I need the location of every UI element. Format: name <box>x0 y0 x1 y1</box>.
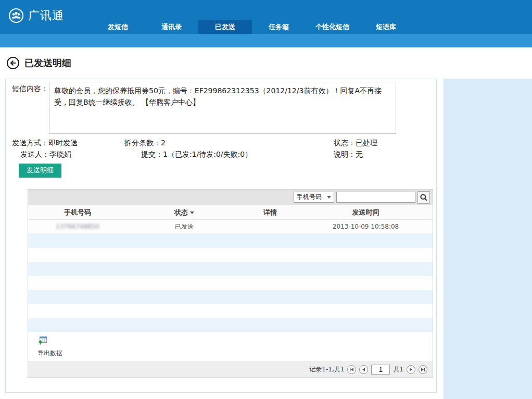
sms-content-textarea[interactable]: 尊敬的会员，您的保养抵用券50元，编号：EF299862312353（2012/… <box>49 82 396 134</box>
title-row: 已发送明细 <box>0 47 532 79</box>
page-number-input[interactable] <box>371 365 390 375</box>
export-section: 导出数据 <box>28 332 433 361</box>
table-header-row: 手机号码 状态 详情 发送时间 <box>28 205 433 220</box>
page-title: 已发送明细 <box>24 57 71 69</box>
col-header-status[interactable]: 状态 <box>127 205 242 219</box>
empty-table-row <box>28 290 433 304</box>
back-button[interactable] <box>6 56 20 70</box>
search-button[interactable] <box>417 191 430 204</box>
export-data-label: 导出数据 <box>37 349 433 358</box>
last-page-button[interactable] <box>419 365 427 374</box>
empty-table-row <box>28 276 433 290</box>
main-nav: 发短信 通讯录 已发送 任务箱 个性化短信 短语库 <box>91 20 413 34</box>
cell-status: 已发送 <box>127 220 242 233</box>
cell-phone-number: 13766748850 <box>28 220 127 233</box>
search-field-selected: 手机号码 <box>297 193 322 202</box>
app-name: 广讯通 <box>28 8 64 23</box>
empty-table-row <box>28 234 433 248</box>
empty-table-row <box>28 262 433 276</box>
search-input[interactable] <box>336 192 415 203</box>
next-page-icon <box>409 367 413 372</box>
nav-item-send-sms[interactable]: 发短信 <box>91 20 145 34</box>
pagination-bar: 记录1-1,共1 共1 <box>28 361 433 377</box>
record-count-text: 记录1-1,共1 <box>309 365 344 374</box>
next-page-button[interactable] <box>407 365 415 374</box>
table-row: 13766748850 已发送 2013-10-09 10:58:08 <box>28 220 433 234</box>
right-sidebar <box>444 79 532 399</box>
prev-page-button[interactable] <box>359 365 368 374</box>
prev-page-icon <box>361 367 366 372</box>
export-data-button[interactable] <box>37 335 48 347</box>
cell-detail <box>242 220 299 233</box>
first-page-button[interactable] <box>347 365 356 374</box>
status-field: 状态：已处理 <box>334 139 377 148</box>
tab-send-detail[interactable]: 发送明细 <box>19 164 61 178</box>
submit-count-field: 提交：1（已发:1/待发:0/失败:0） <box>141 150 252 159</box>
nav-item-contacts[interactable]: 通讯录 <box>145 20 198 34</box>
nav-item-phrase-library[interactable]: 短语库 <box>359 20 413 34</box>
nav-item-personalized-sms[interactable]: 个性化短信 <box>306 20 359 34</box>
first-page-icon <box>349 367 354 372</box>
total-pages-text: 共1 <box>393 365 403 374</box>
nav-item-taskbox[interactable]: 任务箱 <box>252 20 306 34</box>
sort-arrow-icon <box>190 211 194 214</box>
sent-detail-panel: 短信内容： 尊敬的会员，您的保养抵用券50元，编号：EF299862312353… <box>5 79 437 393</box>
sender-field: 发送人：李晓娟 <box>20 150 71 159</box>
header-sub-strip <box>0 34 532 47</box>
send-detail-table: 手机号码 手机号码 状态 详情 发送时间 <box>28 189 433 378</box>
sms-content-label: 短信内容： <box>12 84 48 94</box>
cell-send-time: 2013-10-09 10:58:08 <box>299 220 433 233</box>
send-method-field: 发送方式：即时发送 <box>12 139 78 148</box>
col-header-phone: 手机号码 <box>28 205 127 219</box>
people-logo-icon <box>8 8 24 23</box>
nav-item-sent[interactable]: 已发送 <box>198 20 252 34</box>
table-search-bar: 手机号码 <box>28 190 433 205</box>
chevron-down-icon <box>327 196 331 198</box>
note-field: 说明：无 <box>334 150 363 159</box>
split-count-field: 拆分条数：2 <box>124 139 166 148</box>
empty-table-row <box>28 318 433 332</box>
last-page-icon <box>421 367 425 372</box>
empty-table-row <box>28 304 433 318</box>
empty-table-row <box>28 248 433 262</box>
search-icon <box>420 193 428 202</box>
app-logo: 广讯通 <box>8 8 64 23</box>
col-header-send-time: 发送时间 <box>299 205 433 219</box>
search-field-select[interactable]: 手机号码 <box>294 192 334 203</box>
col-header-status-label: 状态 <box>174 208 188 216</box>
col-header-detail: 详情 <box>242 205 299 219</box>
top-header: 广讯通 发短信 通讯录 已发送 任务箱 个性化短信 短语库 <box>0 0 532 34</box>
export-icon <box>37 335 48 345</box>
page: 广讯通 发短信 通讯录 已发送 任务箱 个性化短信 短语库 已发送明细 短信内容… <box>0 0 532 399</box>
